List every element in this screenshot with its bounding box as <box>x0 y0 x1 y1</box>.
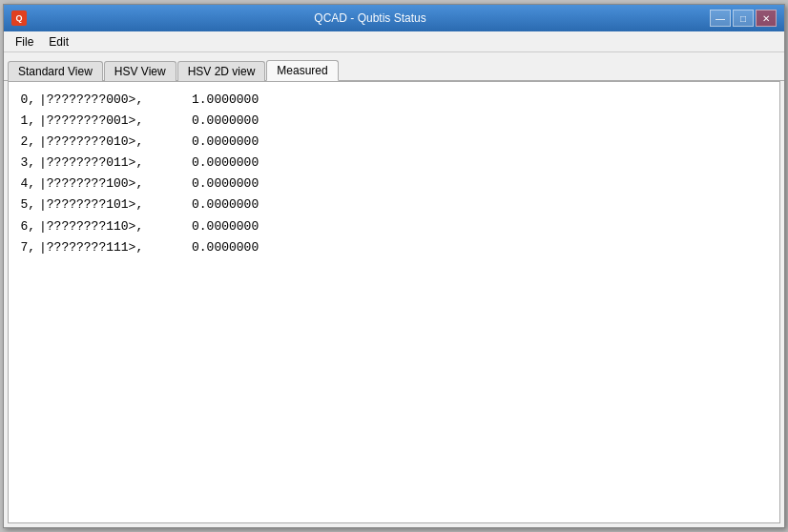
row-value: 0.0000000 <box>192 174 259 194</box>
menu-bar: File Edit <box>4 31 784 52</box>
row-state: |????????101>, <box>39 194 192 215</box>
table-row: 4, |????????100>, 0.0000000 <box>16 174 772 194</box>
title-bar-left: Q <box>11 10 31 26</box>
maximize-button[interactable]: □ <box>733 10 754 27</box>
table-row: 0, |????????000>, 1.0000000 <box>16 90 772 111</box>
row-value: 0.0000000 <box>192 194 259 215</box>
row-value: 0.0000000 <box>192 111 259 132</box>
row-index: 7, <box>16 237 35 258</box>
row-state: |????????010>, <box>39 132 192 153</box>
table-row: 2, |????????010>, 0.0000000 <box>16 132 772 153</box>
tab-hsv-view[interactable]: HSV View <box>104 61 176 81</box>
close-button[interactable]: ✕ <box>756 10 777 27</box>
title-bar-controls: — □ ✕ <box>710 10 777 27</box>
row-index: 4, <box>16 174 35 194</box>
tab-bar: Standard View HSV View HSV 2D view Measu… <box>4 52 784 81</box>
content-area[interactable]: 0, |????????000>, 1.0000000 1, |????????… <box>8 81 780 523</box>
row-state: |????????011>, <box>39 153 192 174</box>
row-index: 5, <box>16 194 35 215</box>
row-state: |????????100>, <box>39 174 192 194</box>
row-state: |????????000>, <box>39 90 192 111</box>
window-title: QCAD - Qubtis Status <box>31 11 710 25</box>
row-index: 3, <box>16 153 35 174</box>
row-value: 1.0000000 <box>192 90 259 111</box>
row-value: 0.0000000 <box>192 237 259 258</box>
row-value: 0.0000000 <box>192 132 259 153</box>
row-index: 6, <box>16 216 35 237</box>
menu-edit[interactable]: Edit <box>41 33 76 51</box>
main-window: Q QCAD - Qubtis Status — □ ✕ File Edit S… <box>3 4 785 528</box>
row-value: 0.0000000 <box>192 216 259 237</box>
title-bar: Q QCAD - Qubtis Status — □ ✕ <box>4 5 784 31</box>
row-index: 1, <box>16 111 35 132</box>
tab-standard-view[interactable]: Standard View <box>8 61 103 81</box>
row-state: |????????001>, <box>39 111 192 132</box>
tab-measured[interactable]: Measured <box>266 60 338 81</box>
table-row: 3, |????????011>, 0.0000000 <box>16 153 772 174</box>
data-table: 0, |????????000>, 1.0000000 1, |????????… <box>16 90 772 258</box>
menu-file[interactable]: File <box>8 33 41 51</box>
row-state: |????????110>, <box>39 216 192 237</box>
row-index: 2, <box>16 132 35 153</box>
row-state: |????????111>, <box>39 237 192 258</box>
row-index: 0, <box>16 90 35 111</box>
table-row: 6, |????????110>, 0.0000000 <box>16 216 772 237</box>
tab-hsv-2d-view[interactable]: HSV 2D view <box>177 61 266 81</box>
table-row: 5, |????????101>, 0.0000000 <box>16 194 772 215</box>
app-icon: Q <box>11 10 27 26</box>
minimize-button[interactable]: — <box>710 10 731 27</box>
row-value: 0.0000000 <box>192 153 259 174</box>
table-row: 7, |????????111>, 0.0000000 <box>16 237 772 258</box>
table-row: 1, |????????001>, 0.0000000 <box>16 111 772 132</box>
